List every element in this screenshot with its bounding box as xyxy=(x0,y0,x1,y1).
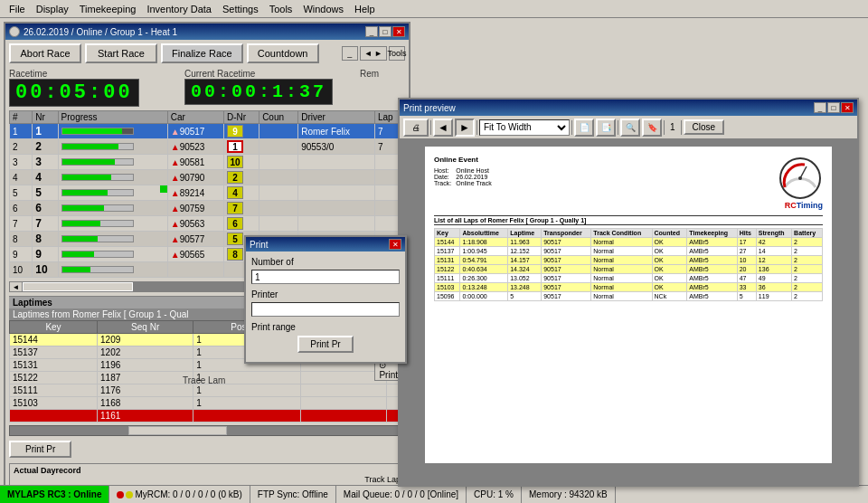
menu-settings[interactable]: Settings xyxy=(217,2,264,16)
col-count: Coun xyxy=(259,111,298,124)
table-row[interactable]: 5 5 ▲89214 4 xyxy=(10,185,405,201)
table-row[interactable]: 4 4 ▲90790 2 xyxy=(10,170,405,185)
col-car: Car xyxy=(167,111,223,124)
track-label: Track: xyxy=(434,180,456,186)
list-header: List of all Laps of Romer Felix [ Group … xyxy=(434,215,823,225)
status-dot-yellow xyxy=(126,491,133,498)
laptimes-scrollbar[interactable] xyxy=(9,425,405,436)
separator2 xyxy=(476,120,477,135)
window-controls: ◄ ► xyxy=(360,46,387,61)
row-car: ▲90517 xyxy=(167,124,223,139)
menu-timekeeping[interactable]: Timekeeping xyxy=(74,2,142,16)
countdown-button[interactable]: Countdown xyxy=(247,43,319,63)
status-myrcm: MyRCM: 0 / 0 / 0 / 0 (0 kB) xyxy=(109,486,250,503)
separator6 xyxy=(681,120,682,135)
table-row[interactable]: 1 1 ▲90517 9 Romer Felix 7 xyxy=(10,124,405,139)
laptimes-row[interactable]: 1511111761 xyxy=(10,384,405,397)
printer-input[interactable] xyxy=(251,302,400,317)
trace-lam-label: Trace Lam xyxy=(183,375,225,385)
row-count xyxy=(259,124,298,139)
status-ftp: FTP Sync: Offline xyxy=(250,486,336,503)
track-value: Online Track xyxy=(456,180,491,186)
pp-page: Online Event Host:Online Host Date:26.02… xyxy=(425,147,832,463)
status-online: MYLAPS RC3 : Online xyxy=(0,486,109,503)
pp-page-num: 1 xyxy=(666,122,679,132)
pp-close-button[interactable]: Close xyxy=(684,119,725,135)
lt-col-seq: Seq Nr xyxy=(98,321,193,334)
pp-multi-page-btn[interactable]: 📑 xyxy=(596,119,616,137)
table-row[interactable]: 3 3 ▲90581 10 xyxy=(10,155,405,170)
dayrecord-label: Actual Dayrecord xyxy=(14,466,401,475)
track-lap-label: Track Lap xyxy=(14,475,401,484)
pp-minimize[interactable]: _ xyxy=(814,102,826,113)
maximize-button[interactable]: □ xyxy=(379,26,392,37)
racetime-label: Racetime xyxy=(9,69,181,79)
row-progress xyxy=(58,124,167,139)
main-title: 26.02.2019 / Online / Group 1 - Heat 1 _… xyxy=(5,24,409,40)
row-driver: Romer Felix xyxy=(298,124,375,139)
separator xyxy=(430,120,431,135)
abort-race-button[interactable]: Abort Race xyxy=(9,43,81,63)
pp-toolbar: 🖨 ◄ ► Fit To Width 50% 75% 100% 📄 📑 🔍 🔖 … xyxy=(400,116,857,139)
menu-inventory[interactable]: Inventory Data xyxy=(141,2,217,16)
date-label: Date: xyxy=(434,174,456,180)
remaining-label: Rem xyxy=(360,69,405,79)
menu-file[interactable]: File xyxy=(4,2,31,16)
laptimes-row[interactable]: 1510311681 xyxy=(10,397,405,410)
pp-zoom-select[interactable]: Fit To Width 50% 75% 100% xyxy=(479,119,570,136)
menu-display[interactable]: Display xyxy=(31,2,74,16)
toolbar: Abort Race Start Race Finalize Race Coun… xyxy=(5,40,409,67)
status-mail: Mail Queue: 0 / 0 / 0 [Online] xyxy=(336,486,467,503)
col-driver: Driver xyxy=(298,111,375,124)
pp-single-page-btn[interactable]: 📄 xyxy=(574,119,594,137)
date-value: 26.02.2019 xyxy=(456,174,491,180)
printer-label: Printer xyxy=(251,289,400,299)
bottom-scroll-area xyxy=(5,422,409,439)
racetime-display: 00:05:00 xyxy=(9,79,139,107)
close-button[interactable]: ✕ xyxy=(392,26,405,37)
pp-search-btn[interactable]: 🔍 xyxy=(620,119,640,137)
host-label: Host: xyxy=(434,167,456,174)
host-value: Online Host xyxy=(456,167,491,174)
window-tools-btn[interactable]: Tools xyxy=(389,46,405,61)
print-dialog-content: Number of Printer Print range Print Pr xyxy=(246,252,405,362)
table-row[interactable]: 2 2 ▲90523 1 90553/0 7 xyxy=(10,139,405,155)
pp-prev-btn[interactable]: ◄ xyxy=(433,119,453,137)
table-row[interactable]: 6 6 ▲90759 7 xyxy=(10,201,405,216)
print-button[interactable]: Print Pr xyxy=(9,441,71,458)
col-nr2: Nr xyxy=(33,111,58,124)
svg-point-2 xyxy=(798,176,802,180)
row-nr: 1 xyxy=(33,124,58,139)
pp-next-btn[interactable]: ► xyxy=(455,119,475,137)
print-range-label: Print range xyxy=(251,322,400,332)
copies-input[interactable] xyxy=(251,270,400,284)
status-cpu: CPU: 1 % xyxy=(467,486,522,503)
pp-print-btn[interactable]: 🖨 xyxy=(403,119,429,137)
current-racetime-display: 00:00:1:37 xyxy=(184,79,333,105)
preview-table: Key Absoluttime Laptime Transponder Trac… xyxy=(434,228,823,301)
col-progress: Progress xyxy=(58,111,167,124)
pp-bookmark-btn[interactable]: 🔖 xyxy=(642,119,662,137)
print-preview-button[interactable]: Print Pr xyxy=(297,336,353,353)
pp-maximize[interactable]: □ xyxy=(827,102,840,113)
table-row[interactable]: 7 7 ▲90563 6 xyxy=(10,216,405,232)
row-pos: 1 xyxy=(10,124,33,139)
window-min-btn[interactable]: _ xyxy=(342,46,358,61)
menu-windows[interactable]: Windows xyxy=(297,2,349,16)
minimize-button[interactable]: _ xyxy=(365,26,378,37)
col-dnr: D-Nr xyxy=(223,111,259,124)
separator3 xyxy=(571,120,572,135)
menu-help[interactable]: Help xyxy=(349,2,381,16)
window-title: 26.02.2019 / Online / Group 1 - Heat 1 xyxy=(24,27,177,37)
race-info: Racetime 00:05:00 Current Racetime 00:00… xyxy=(5,67,409,109)
separator5 xyxy=(664,120,665,135)
print-dialog-close[interactable]: ✕ xyxy=(389,239,401,250)
row-dnr: 9 xyxy=(223,124,259,139)
menu-tools[interactable]: Tools xyxy=(264,2,298,16)
start-race-button[interactable]: Start Race xyxy=(85,43,157,63)
pp-close[interactable]: ✕ xyxy=(841,102,854,113)
finalize-race-button[interactable]: Finalize Race xyxy=(161,43,243,63)
print-area: Print Pr xyxy=(5,439,409,461)
online-event-label: Online Event xyxy=(434,156,492,164)
laptimes-row-selected[interactable]: 1161 xyxy=(10,410,405,422)
